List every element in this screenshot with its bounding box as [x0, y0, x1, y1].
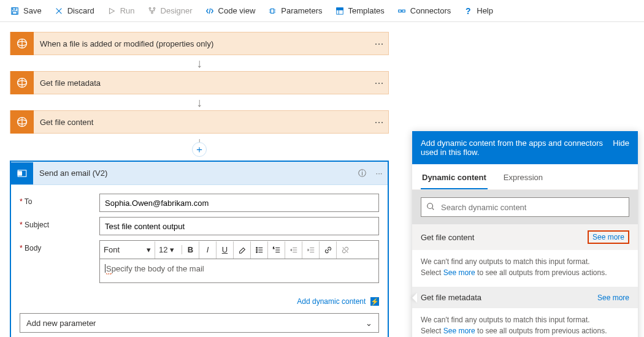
see-more-link[interactable]: See more	[443, 268, 475, 277]
designer-button: Designer	[142, 4, 197, 18]
search-box[interactable]	[421, 197, 629, 217]
help-button[interactable]: ? Help	[458, 4, 498, 18]
connector-arrow: ↓ ＋	[10, 134, 389, 150]
body-editor[interactable]: SSpecify the body of the mailpecify the …	[99, 259, 379, 283]
group-get-file-metadata: Get file metadata See more	[412, 287, 638, 308]
add-parameter-dropdown[interactable]: Add new parameter ⌄	[20, 313, 379, 333]
group-message: We can't find any outputs to match this …	[412, 308, 638, 337]
chevron-down-icon: ⌄	[366, 319, 372, 328]
discard-icon	[54, 6, 64, 16]
svg-point-5	[149, 7, 151, 9]
step-get-metadata[interactable]: Get file metadata ···	[10, 71, 389, 94]
step-menu-icon[interactable]: ···	[370, 77, 388, 89]
indent-button[interactable]	[302, 241, 320, 259]
svg-point-39	[427, 203, 433, 208]
help-icon: ?	[463, 6, 473, 16]
chevron-down-icon: ▾	[170, 245, 174, 254]
connector-arrow: ↓	[10, 94, 389, 110]
bullet-list-button[interactable]	[251, 241, 268, 259]
svg-rect-13	[402, 10, 405, 12]
svg-rect-12	[399, 10, 401, 12]
step-get-content[interactable]: Get file content ···	[10, 110, 389, 134]
svg-rect-2	[13, 11, 17, 13]
body-label: * Body	[20, 240, 99, 252]
svg-point-23	[256, 247, 257, 248]
svg-point-27	[256, 251, 257, 252]
step-menu-icon[interactable]: ···	[370, 37, 388, 50]
link-button[interactable]	[320, 241, 337, 259]
add-dynamic-icon[interactable]: ⚡	[370, 297, 379, 306]
search-input[interactable]	[440, 202, 624, 213]
step-title: When a file is added or modified (proper…	[34, 39, 370, 48]
templates-button[interactable]: Templates	[330, 4, 389, 18]
group-message: We can't find any outputs to match this …	[412, 250, 638, 287]
arrow-down-icon: ↓	[196, 94, 202, 110]
save-icon	[10, 6, 20, 16]
connectors-button[interactable]: Connectors	[392, 4, 456, 18]
see-more-link[interactable]: See more	[443, 327, 475, 335]
step-menu-icon[interactable]: ···	[370, 168, 388, 178]
info-icon[interactable]: ⓘ	[353, 168, 370, 179]
see-more-button[interactable]: See more	[588, 230, 629, 244]
svg-line-40	[432, 208, 434, 210]
svg-point-25	[256, 249, 257, 251]
sharepoint-icon	[10, 110, 34, 134]
font-select[interactable]: Font▾	[100, 241, 155, 259]
hide-button[interactable]: Hide	[613, 138, 629, 157]
search-icon	[426, 202, 435, 213]
add-dynamic-content-link[interactable]: Add dynamic content	[297, 297, 366, 306]
svg-rect-22	[18, 171, 23, 176]
parameters-button[interactable]: Parameters	[263, 4, 327, 18]
designer-icon	[147, 6, 157, 16]
panel-tabs: Dynamic content Expression	[412, 164, 638, 190]
codeview-button[interactable]: Code view	[200, 4, 261, 18]
svg-point-7	[151, 12, 153, 13]
tab-dynamic-content[interactable]: Dynamic content	[421, 164, 488, 189]
step-title: Send an email (V2)	[33, 168, 353, 178]
parameters-icon	[267, 6, 277, 16]
dynamic-content-panel: Add dynamic content from the apps and co…	[412, 131, 638, 337]
step-trigger[interactable]: When a file is added or modified (proper…	[10, 32, 389, 55]
bold-button[interactable]: B	[182, 241, 199, 259]
save-button[interactable]: Save	[5, 4, 47, 18]
codeview-icon	[205, 6, 215, 16]
step-menu-icon[interactable]: ···	[370, 116, 388, 129]
see-more-button[interactable]: See more	[597, 293, 629, 302]
svg-rect-8	[271, 9, 274, 13]
group-get-file-content: Get file content See more	[412, 224, 638, 250]
svg-rect-10	[336, 7, 343, 10]
step-title: Get file metadata	[34, 78, 370, 88]
add-step-button[interactable]: ＋	[192, 142, 207, 157]
svg-rect-1	[13, 7, 16, 10]
sharepoint-icon	[10, 71, 34, 94]
toolbar: Save Discard Run Designer Code view Para…	[0, 0, 644, 22]
italic-button[interactable]: I	[199, 241, 217, 259]
run-button: Run	[102, 4, 140, 18]
sharepoint-icon	[10, 32, 34, 55]
run-icon	[107, 6, 117, 16]
step-header[interactable]: Send an email (V2) ⓘ ···	[11, 162, 388, 185]
outdent-button[interactable]	[285, 241, 302, 259]
subject-label: * Subject	[20, 217, 99, 229]
designer-canvas: When a file is added or modified (proper…	[0, 22, 644, 337]
underline-button[interactable]: U	[217, 241, 234, 259]
font-size-select[interactable]: 12 ▾	[155, 245, 182, 254]
connector-arrow: ↓	[10, 55, 389, 71]
number-list-button[interactable]: 1	[268, 241, 285, 259]
svg-text:1: 1	[272, 246, 274, 249]
chevron-down-icon: ▾	[147, 245, 151, 254]
step-title: Get file content	[34, 118, 370, 127]
arrow-down-icon: ↓	[196, 55, 202, 71]
rich-text-toolbar: Font▾ 12 ▾ B I U 1	[99, 240, 379, 259]
templates-icon	[335, 6, 345, 16]
to-input[interactable]	[99, 194, 379, 212]
step-send-email: Send an email (V2) ⓘ ··· * To * Subject …	[10, 161, 389, 337]
highlight-button[interactable]	[234, 241, 251, 259]
tab-expression[interactable]: Expression	[502, 164, 544, 189]
discard-button[interactable]: Discard	[49, 4, 99, 18]
connectors-icon	[397, 6, 407, 16]
subject-input[interactable]	[99, 217, 379, 235]
unlink-button[interactable]	[337, 241, 354, 259]
outlook-icon	[11, 162, 33, 184]
panel-header: Add dynamic content from the apps and co…	[412, 131, 638, 164]
